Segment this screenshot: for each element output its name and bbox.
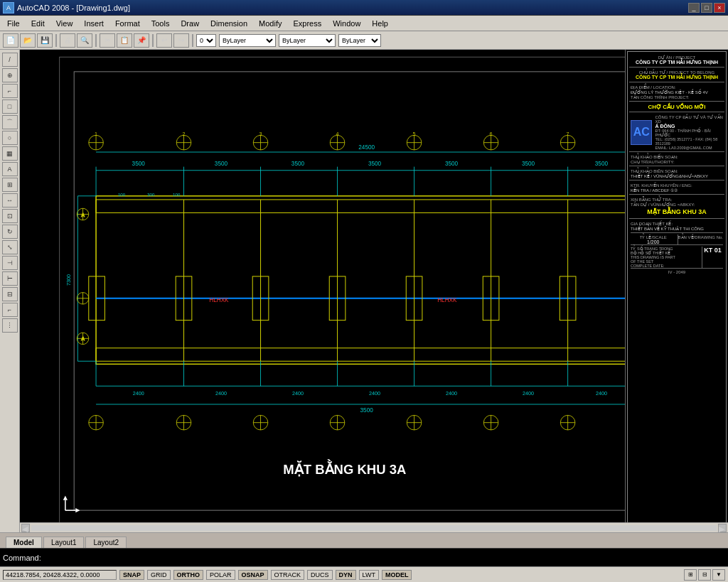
- properties-panel-button[interactable]: ⊞: [684, 569, 697, 581]
- ducs-toggle[interactable]: DUCS: [307, 570, 333, 580]
- svg-rect-3: [96, 200, 637, 213]
- save-button[interactable]: 💾: [37, 33, 53, 48]
- menu-help[interactable]: Help: [366, 18, 394, 29]
- command-input[interactable]: [44, 554, 725, 562]
- color-select[interactable]: ByLayer: [219, 34, 276, 47]
- rect-tool[interactable]: □: [2, 99, 18, 114]
- svg-text:2400: 2400: [446, 390, 457, 397]
- scroll-bottom[interactable]: ◀ ▶: [20, 522, 728, 532]
- menu-file[interactable]: File: [1, 18, 26, 29]
- titlebar-title: AutoCAD 2008 - [Drawing1.dwg]: [17, 4, 130, 12]
- xline-tool[interactable]: ⊕: [2, 68, 18, 82]
- close-button[interactable]: ×: [714, 3, 725, 13]
- print-button[interactable]: 🖨: [60, 33, 75, 48]
- preview-button[interactable]: 🔍: [77, 33, 92, 48]
- tab-model[interactable]: Model: [6, 537, 42, 548]
- undo-button[interactable]: ↩: [156, 33, 172, 48]
- svg-text:A: A: [81, 212, 85, 218]
- copy-button[interactable]: 📋: [117, 33, 132, 48]
- project-title: CHỢ CẦU VỒNG MỚI: [631, 104, 723, 110]
- menu-format[interactable]: Format: [109, 18, 146, 29]
- arc-tool[interactable]: ⌒: [2, 115, 18, 129]
- trim-tool[interactable]: ⊣: [2, 256, 18, 270]
- svg-text:24500: 24500: [358, 144, 375, 151]
- menu-tools[interactable]: Tools: [146, 18, 176, 29]
- paste-button[interactable]: 📌: [134, 33, 149, 48]
- separator-2: [95, 34, 97, 47]
- status-bar-button[interactable]: ▼: [712, 569, 725, 581]
- svg-text:3500: 3500: [132, 161, 146, 167]
- explode-tool[interactable]: ⋮: [2, 318, 18, 333]
- offset-tool[interactable]: ⊟: [2, 287, 18, 301]
- svg-text:3500: 3500: [522, 161, 535, 167]
- polyline-tool[interactable]: ⌐: [2, 84, 18, 98]
- tab-layout1[interactable]: Layout1: [43, 537, 85, 548]
- toolbar: 📄 📂 💾 🖨 🔍 ✂ 📋 📌 ↩ ↪ 0 ByLayer ByLayer By…: [0, 31, 728, 50]
- otrack-toggle[interactable]: OTRACK: [271, 570, 305, 580]
- lwt-toggle[interactable]: LWT: [359, 570, 379, 580]
- canvas-area[interactable]: 3500 3500 3500 3500 3500 3500 3500 24500…: [20, 50, 728, 532]
- svg-text:300: 300: [147, 192, 155, 197]
- copy-obj-tool[interactable]: ⊡: [2, 209, 18, 223]
- circle-tool[interactable]: ○: [2, 131, 18, 145]
- polar-toggle[interactable]: POLAR: [206, 570, 235, 580]
- tab-layout2[interactable]: Layout2: [85, 537, 127, 548]
- command-area: Command:: [0, 548, 728, 566]
- svg-text:3500: 3500: [215, 161, 228, 167]
- svg-text:2400: 2400: [133, 390, 144, 397]
- svg-text:3500: 3500: [445, 161, 459, 167]
- svg-text:3500: 3500: [291, 161, 305, 167]
- menu-window[interactable]: Window: [327, 18, 366, 29]
- extend-tool[interactable]: ⊢: [2, 271, 18, 286]
- workspace-button[interactable]: ⊟: [698, 569, 711, 581]
- menu-express[interactable]: Express: [287, 18, 327, 29]
- date: IV - 2049: [631, 270, 723, 274]
- statusbar: 44218.7854, 20428.4322, 0.0000 SNAP GRID…: [0, 566, 728, 582]
- grid-toggle[interactable]: GRID: [147, 570, 171, 580]
- svg-text:100: 100: [173, 192, 181, 197]
- scroll-left-arrow[interactable]: ◀: [21, 524, 30, 532]
- new-button[interactable]: 📄: [3, 33, 18, 48]
- redo-button[interactable]: ↪: [173, 33, 189, 48]
- svg-text:3500: 3500: [595, 161, 609, 167]
- svg-text:2400: 2400: [292, 390, 304, 397]
- menu-modify[interactable]: Modify: [253, 18, 287, 29]
- svg-text:HLHXK: HLHXK: [209, 297, 229, 303]
- project-name: CÔNG TY CP TM HẢI HƯNG THỊNH: [631, 60, 723, 65]
- model-toggle[interactable]: MODEL: [382, 570, 412, 580]
- move-tool[interactable]: ↔: [2, 193, 18, 208]
- svg-text:6: 6: [490, 131, 493, 137]
- osnap-toggle[interactable]: OSNAP: [238, 570, 268, 580]
- maximize-button[interactable]: □: [701, 3, 712, 13]
- lineweight-select[interactable]: ByLayer: [338, 34, 381, 47]
- ortho-toggle[interactable]: ORTHO: [173, 570, 204, 580]
- text-tool[interactable]: A: [2, 162, 18, 176]
- menu-draw[interactable]: Draw: [175, 18, 205, 29]
- dyn-toggle[interactable]: DYN: [336, 570, 356, 580]
- scroll-right-arrow[interactable]: ▶: [718, 524, 727, 532]
- insert-tool[interactable]: ⊞: [2, 178, 18, 192]
- snap-toggle[interactable]: SNAP: [119, 570, 144, 580]
- menu-edit[interactable]: Edit: [26, 18, 50, 29]
- titlebar-controls[interactable]: _ □ ×: [688, 3, 725, 13]
- open-button[interactable]: 📂: [20, 33, 36, 48]
- menu-view[interactable]: View: [50, 18, 79, 29]
- svg-text:A: A: [81, 335, 85, 342]
- svg-rect-4: [96, 348, 637, 362]
- rotate-tool[interactable]: ↻: [2, 225, 18, 239]
- layer-select[interactable]: 0: [196, 34, 216, 47]
- hatch-tool[interactable]: ▦: [2, 146, 18, 161]
- app-icon: A: [3, 2, 14, 14]
- cut-button[interactable]: ✂: [100, 33, 115, 48]
- menu-insert[interactable]: Insert: [78, 18, 109, 29]
- menu-dimension[interactable]: Dimension: [205, 18, 253, 29]
- fillet-tool[interactable]: ⌐: [2, 303, 18, 317]
- svg-text:3500: 3500: [368, 161, 382, 167]
- linetype-select[interactable]: ByLayer: [279, 34, 336, 47]
- line-tool[interactable]: /: [2, 53, 18, 67]
- main-area: / ⊕ ⌐ □ ⌒ ○ ▦ A ⊞ ↔ ⊡ ↻ ⤡ ⊣ ⊢ ⊟ ⌐ ⋮: [0, 50, 728, 532]
- svg-text:7300: 7300: [65, 274, 72, 286]
- minimize-button[interactable]: _: [688, 3, 700, 13]
- scale-tool[interactable]: ⤡: [2, 240, 18, 254]
- menubar: File Edit View Insert Format Tools Draw …: [0, 16, 728, 31]
